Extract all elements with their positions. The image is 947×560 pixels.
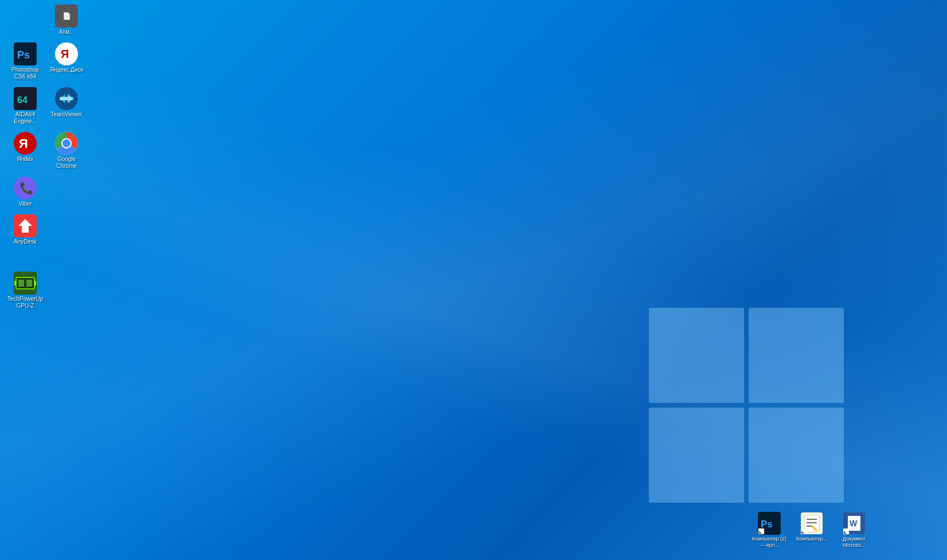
bottom-ps-icon: Ps xyxy=(758,512,781,535)
svg-text:Я: Я xyxy=(61,48,69,60)
gpuz-label: TechPowerUp GPU-Z xyxy=(7,296,44,310)
desktop-icon-viber[interactable]: 📞 Viber xyxy=(6,174,45,210)
yandex-browser-label: Яndex xyxy=(7,156,44,163)
desktop-icon-teamviewer[interactable]: TeamViewer xyxy=(47,85,86,127)
desktop-icon-photoshop[interactable]: Ps Photoshop CS6 x64 xyxy=(6,40,45,83)
bottom-ps-label: Компьютер (2) — ярл... xyxy=(751,536,788,549)
bottom-notepad-label: Компьютер... xyxy=(793,536,830,542)
bottom-word-label: Документ Microsо... xyxy=(836,536,872,549)
google-chrome-icon xyxy=(55,132,78,155)
svg-text:Ps: Ps xyxy=(17,49,30,61)
teamviewer-label: TeamViewer xyxy=(48,111,85,118)
yandex-disk-icon: Я xyxy=(55,42,78,65)
bottom-icons-area: Ps Компьютер (2) — ярл... xyxy=(751,512,872,549)
photoshop-icon: Ps xyxy=(14,42,37,65)
anydesk-label: AnyDesk xyxy=(7,238,44,245)
desktop-icon-yandex-browser[interactable]: Я Яndex xyxy=(6,130,45,172)
icon-row-4: 📞 Viber xyxy=(6,174,86,210)
svg-text:64: 64 xyxy=(17,95,28,105)
desktop-icon-yandex-disk[interactable]: Я Яндекс.Диск xyxy=(47,40,86,83)
teamviewer-icon xyxy=(55,87,78,110)
atm-icon: 📄 xyxy=(55,5,78,28)
icon-row-2: 64 AIDA64 Engine... TeamViewer xyxy=(6,85,86,127)
desktop-icon-google-chrome[interactable]: Google Chrome xyxy=(47,130,86,172)
icon-row-1: Ps Photoshop CS6 x64 Я Яндекс.Диск xyxy=(6,40,86,83)
google-chrome-label: Google Chrome xyxy=(48,156,85,170)
desktop: 📄 Атм... Ps Photoshop CS6 x64 xyxy=(0,0,947,560)
svg-rect-21 xyxy=(26,280,32,287)
desktop-icon-aida64[interactable]: 64 AIDA64 Engine... xyxy=(6,85,45,127)
svg-text:W: W xyxy=(850,519,858,528)
atm-label: Атм... xyxy=(48,29,85,36)
aida64-label: AIDA64 Engine... xyxy=(7,111,44,125)
svg-rect-22 xyxy=(14,281,16,285)
desktop-icon-anydesk[interactable]: AnyDesk xyxy=(6,212,45,248)
svg-text:Я: Я xyxy=(19,136,28,151)
yandex-disk-label: Яндекс.Диск xyxy=(48,66,85,73)
desktop-icon-gpuz[interactable]: TechPowerUp GPU-Z xyxy=(6,269,45,312)
viber-label: Viber xyxy=(7,201,44,207)
win-logo-bl xyxy=(649,408,744,503)
gpuz-icon xyxy=(14,272,37,295)
icon-row-3: Я Яndex xyxy=(6,130,86,172)
svg-rect-20 xyxy=(18,280,24,287)
anydesk-icon xyxy=(14,214,37,237)
photoshop-label: Photoshop CS6 x64 xyxy=(7,66,44,80)
svg-rect-23 xyxy=(34,281,36,285)
bottom-icon-word[interactable]: W Документ Microsо... xyxy=(836,512,872,549)
desktop-icons-area: 📄 Атм... Ps Photoshop CS6 x64 xyxy=(6,0,86,312)
svg-text:📞: 📞 xyxy=(19,181,34,195)
windows-logo xyxy=(649,308,844,503)
yandex-browser-icon: Я xyxy=(14,132,37,155)
bottom-notepad-icon xyxy=(800,512,823,535)
icon-row-5: AnyDesk xyxy=(6,212,86,248)
svg-point-13 xyxy=(62,139,71,147)
bottom-icon-ps[interactable]: Ps Компьютер (2) — ярл... xyxy=(751,512,788,549)
svg-text:Ps: Ps xyxy=(761,519,773,530)
desktop-icon-atm[interactable]: 📄 Атм... xyxy=(47,2,86,38)
bottom-word-icon: W xyxy=(843,512,866,535)
bottom-icon-notepad[interactable]: Компьютер... xyxy=(793,512,830,549)
win-logo-br xyxy=(749,408,844,503)
icon-row-0: 📄 Атм... xyxy=(6,2,86,38)
aida64-icon: 64 xyxy=(14,87,37,110)
win-logo-tl xyxy=(649,308,744,403)
win-logo-tr xyxy=(749,308,844,403)
viber-icon: 📞 xyxy=(14,177,37,199)
icon-row-6: TechPowerUp GPU-Z xyxy=(6,269,86,312)
